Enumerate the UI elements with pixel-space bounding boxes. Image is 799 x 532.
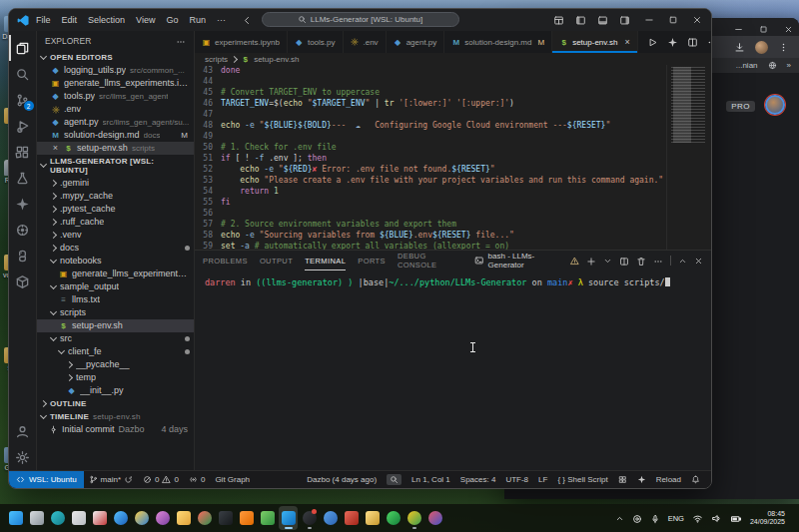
line-number[interactable]: 52 xyxy=(195,164,221,175)
open-editor-agent.py[interactable]: ◆agent.pysrc/llms_gen_agent/su... xyxy=(37,116,194,129)
taskbar-discord-app[interactable] xyxy=(425,506,444,530)
tree-item-client_fe[interactable]: client_fe xyxy=(37,345,194,358)
code-line-45[interactable]: 45# Convert TARGET_ENV to uppercase xyxy=(195,87,711,98)
menu-go[interactable]: Go xyxy=(166,15,178,25)
menu-selection[interactable]: Selection xyxy=(88,15,125,25)
activity-accounts[interactable] xyxy=(9,418,37,444)
code-line-55[interactable]: 55fi xyxy=(195,197,711,208)
tree-item-.gemini[interactable]: .gemini xyxy=(37,177,194,190)
tree-item-generate_llms_experiments.ipynb[interactable]: ▣generate_llms_experiments.ipynb xyxy=(37,267,194,280)
activity-testing[interactable] xyxy=(9,165,37,191)
tree-item-sample_output[interactable]: sample_output xyxy=(37,280,194,293)
activity-extensions[interactable] xyxy=(9,139,37,165)
taskbar-vscode[interactable] xyxy=(279,506,298,530)
timeline-header[interactable]: TIMELINEsetup-env.sh xyxy=(37,410,194,423)
status-commit-info[interactable]: Dazbo (4 days ago) xyxy=(302,475,382,484)
activity-gemini[interactable] xyxy=(9,191,37,217)
remote-indicator[interactable]: WSL: Ubuntu xyxy=(9,471,84,488)
tree-item-scripts[interactable]: scripts xyxy=(37,306,194,319)
run-button[interactable] xyxy=(647,33,658,51)
line-number[interactable]: 49 xyxy=(195,131,221,142)
status-problems[interactable]: 00 xyxy=(138,475,184,484)
taskbar-photos[interactable] xyxy=(132,506,151,530)
tray-wifi-icon[interactable] xyxy=(692,509,703,527)
code-line-56[interactable]: 56 xyxy=(195,208,711,219)
tab-solution-design.md[interactable]: Msolution-design.mdM xyxy=(444,31,552,53)
code-line-46[interactable]: 46TARGET_ENV=$(echo "$TARGET_ENV" | tr '… xyxy=(195,98,711,109)
timeline-entry[interactable]: Initial commit Dazbo 4 days xyxy=(37,423,194,435)
menu-[interactable]: ··· xyxy=(217,15,226,25)
terminal-shell-chip[interactable]: bash - LLMs-Generator xyxy=(474,252,579,269)
terminal-dropdown-icon[interactable] xyxy=(603,252,612,269)
open-editor-generate_llms_experiments.ip...[interactable]: ▣generate_llms_experiments.ip... xyxy=(37,77,194,90)
close-editor-icon[interactable]: × xyxy=(51,143,60,153)
gemini-sparkle-icon[interactable] xyxy=(667,33,678,51)
kill-terminal-icon[interactable] xyxy=(636,252,646,269)
taskbar-task-view[interactable] xyxy=(27,506,46,530)
open-editor-logging_utils.py[interactable]: ◆logging_utils.pysrc/common_... xyxy=(37,64,194,77)
menu-run[interactable]: Run xyxy=(189,15,206,25)
toggle-panel-icon[interactable] xyxy=(597,14,608,25)
tree-item-.pytest_cache[interactable]: .pytest_cache xyxy=(37,203,194,216)
panel-more-icon[interactable] xyxy=(653,252,663,269)
status-eol[interactable]: LF xyxy=(533,475,552,484)
open-editors-header[interactable]: OPEN EDITORS xyxy=(37,51,194,64)
split-terminal-icon[interactable] xyxy=(619,252,629,269)
panel-tab-debug-console[interactable]: DEBUG CONSOLE xyxy=(398,251,462,270)
panel-tab-terminal[interactable]: TERMINAL xyxy=(305,251,346,270)
close-panel-icon[interactable] xyxy=(694,252,703,269)
outline-header[interactable]: OUTLINE xyxy=(37,397,194,410)
editor-more-icon[interactable] xyxy=(707,33,712,51)
code-line-58[interactable]: 58echo -e "Sourcing variables from ${BLU… xyxy=(195,230,711,241)
tray-battery-icon[interactable] xyxy=(730,509,742,527)
menu-edit[interactable]: Edit xyxy=(62,15,78,25)
status-indentation[interactable]: Spaces: 4 xyxy=(455,475,501,484)
breadcrumb[interactable]: scripts $ setup-env.sh xyxy=(195,53,711,65)
activity-python[interactable] xyxy=(9,243,37,268)
activity-containers[interactable] xyxy=(9,268,37,294)
panel-tab-problems[interactable]: PROBLEMS xyxy=(203,251,248,270)
taskbar-browser-app[interactable] xyxy=(195,506,214,530)
taskbar-paint[interactable] xyxy=(153,506,172,530)
code-line-53[interactable]: 53 echo "Please create a .env file with … xyxy=(195,175,711,186)
code-line-44[interactable]: 44 xyxy=(195,76,711,87)
line-number[interactable]: 56 xyxy=(195,208,221,219)
toggle-secondary-sidebar-icon[interactable] xyxy=(619,14,630,25)
window-minimize-icon[interactable] xyxy=(644,15,654,26)
tree-item-src[interactable]: src xyxy=(37,332,194,345)
bookmark-item[interactable]: ...nian xyxy=(736,61,758,70)
tray-mic-icon[interactable] xyxy=(650,509,660,527)
status-search-toggle[interactable] xyxy=(382,474,406,485)
tab-.env[interactable]: .env xyxy=(344,31,387,53)
browser-minimize-icon[interactable] xyxy=(734,20,743,38)
browser-close-icon[interactable] xyxy=(784,20,793,38)
status-git-graph[interactable]: Git Graph xyxy=(210,475,255,484)
code-line-54[interactable]: 54 return 1 xyxy=(195,186,711,197)
back-icon[interactable] xyxy=(242,14,253,25)
line-number[interactable]: 53 xyxy=(195,175,221,186)
activity-search[interactable] xyxy=(9,61,37,87)
tree-item-notebooks[interactable]: notebooks xyxy=(37,255,194,267)
tree-item-__init__.py[interactable]: ◆__init__.py xyxy=(37,384,194,397)
download-icon[interactable] xyxy=(734,38,745,56)
tray-clock[interactable]: 08:45 24/09/2025 xyxy=(750,510,785,526)
taskbar-terminal-app[interactable] xyxy=(216,506,235,530)
tray-language[interactable]: ENG xyxy=(668,514,684,523)
line-number[interactable]: 51 xyxy=(195,153,221,164)
customize-layout-icon[interactable] xyxy=(553,14,564,25)
status-encoding[interactable]: UTF-8 xyxy=(500,475,533,484)
status-git-branch[interactable]: main* xyxy=(84,475,138,484)
maximize-panel-icon[interactable] xyxy=(678,252,687,269)
taskbar-gitkraken[interactable] xyxy=(300,506,319,530)
code-line-47[interactable]: 47 xyxy=(195,109,711,120)
code-line-48[interactable]: 48echo -e "${BLUE}${BOLD}--- ☁ Configuri… xyxy=(195,120,711,131)
tray-security-icon[interactable] xyxy=(632,509,642,527)
tree-item-temp[interactable]: temp xyxy=(37,371,194,384)
open-editor-solution-design.md[interactable]: Msolution-design.mddocsM xyxy=(37,129,194,142)
minimap[interactable] xyxy=(671,67,705,143)
status-ports[interactable]: 0 xyxy=(184,475,210,484)
tree-item-llms.txt[interactable]: ≡llms.txt xyxy=(37,293,194,306)
tree-item-docs[interactable]: docs xyxy=(37,242,194,255)
open-editor-setup-env.sh[interactable]: ×$setup-env.shscripts xyxy=(37,142,194,155)
taskbar-store-app[interactable] xyxy=(69,506,88,530)
